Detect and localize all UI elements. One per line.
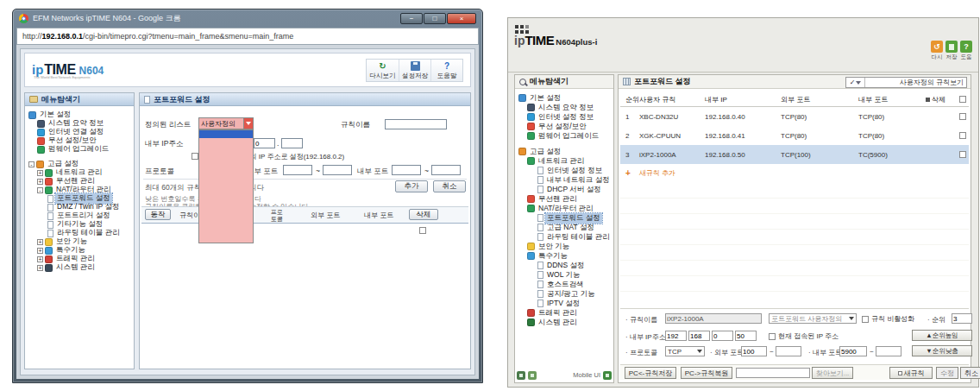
row-delete-checkbox[interactable] (959, 151, 966, 158)
ip-octet4-input[interactable] (735, 331, 757, 341)
tree-item[interactable]: 시스템 관리 (516, 318, 612, 327)
int-port-from-input[interactable] (392, 165, 421, 175)
dropdown-option[interactable] (199, 167, 253, 175)
dropdown-option[interactable] (199, 198, 253, 205)
tree-item[interactable]: 무선랜 관리 (516, 194, 612, 204)
dropdown-option[interactable] (199, 153, 253, 161)
dropdown-option[interactable] (199, 236, 253, 243)
ext-port-to-input[interactable] (323, 165, 352, 175)
row-delete-checkbox[interactable] (959, 113, 966, 120)
select-all-checkbox[interactable] (959, 96, 966, 103)
help-button[interactable]: 도움말 (430, 60, 462, 81)
address-bar[interactable]: http://192.168.0.1/cgi-bin/timepro.cgi?t… (16, 28, 479, 45)
dropdown-option[interactable] (199, 228, 253, 236)
tree-item[interactable]: WOL 기능 (516, 270, 612, 280)
dropdown-arrow-icon[interactable] (243, 118, 253, 129)
expander-icon[interactable]: - (28, 161, 35, 167)
dropdown-option[interactable] (199, 138, 253, 146)
rule-name-input[interactable] (665, 313, 762, 324)
current-ip-checkbox[interactable] (769, 333, 776, 340)
rank-up-button[interactable]: ▲순위높임 (912, 330, 972, 341)
row-rule-name[interactable]: XGK-CPUUN (639, 132, 705, 140)
tree-item[interactable]: 인터넷 설정 정보 (516, 166, 612, 175)
int-port-to-input[interactable] (876, 346, 901, 356)
save-settings-button[interactable]: 설정저장 (399, 60, 430, 81)
dropdown-option[interactable] (199, 213, 253, 221)
help-button[interactable]: 도움 (960, 41, 972, 61)
protocol-select[interactable]: TCP (665, 346, 705, 356)
expander-icon[interactable]: - (37, 187, 43, 193)
tree-item[interactable]: 내부 네트워크 설정 (516, 175, 612, 185)
edit-button[interactable]: 수정 (936, 367, 958, 379)
action-header-button[interactable]: 동작 (145, 209, 171, 220)
tree-item[interactable]: 시스템 요약 정보 (516, 103, 612, 112)
tree-item[interactable]: 포트포워드 설정 (516, 213, 612, 223)
ext-port-to-input[interactable] (776, 346, 801, 356)
dropdown-option[interactable] (199, 161, 253, 168)
current-pc-checkbox[interactable] (192, 153, 198, 160)
disable-checkbox[interactable] (862, 316, 869, 323)
row-rule-name[interactable]: XBC-DN32U (639, 113, 705, 121)
refresh-button[interactable]: 다시 (931, 41, 943, 61)
browser-titlebar[interactable]: EFM Networks ipTIME N604 - Google 크롬 (13, 9, 482, 28)
rule-name-input[interactable] (385, 119, 447, 129)
tree-item[interactable]: 인터넷 설정 정보 (516, 112, 612, 122)
save-button[interactable]: 저장 (945, 41, 958, 61)
rank-input[interactable] (952, 313, 972, 324)
rule-view-select[interactable]: ✓ 사용자정의 규칙보기 (845, 77, 967, 88)
row-delete-checkbox[interactable] (959, 132, 966, 139)
add-rule-row[interactable]: + 새규칙 추가 (620, 164, 969, 181)
preset-select[interactable]: 포트포워드 사용자정의 (769, 313, 857, 324)
rank-down-button[interactable]: ▼순위낮춤 (912, 345, 972, 356)
new-rule-button[interactable]: 새규칙 (889, 367, 933, 379)
tree-item[interactable]: + 시스템 관리 (26, 263, 133, 272)
tree-item[interactable]: 펌웨어 업그레이드 (26, 145, 133, 154)
table-row[interactable]: 2 XGK-CPUUN 192.168.0.41 TCP(80) TCP(80) (620, 126, 969, 145)
ext-port-from-input[interactable] (283, 165, 312, 175)
tree-item[interactable]: 고급 설정 (516, 147, 612, 156)
disable-rule-option[interactable]: 규칙 비활성화 (862, 314, 914, 324)
int-port-from-input[interactable] (839, 346, 867, 356)
browse-button[interactable]: 찾아보기... (812, 367, 853, 379)
restore-rules-from-pc-button[interactable]: PC->규칙복원 (681, 367, 732, 379)
table-row[interactable]: 1 XBC-DN32U 192.168.0.40 TCP(80) TCP(80) (620, 107, 969, 126)
mobile-ui-icon[interactable] (603, 371, 612, 380)
ip-octet3-input[interactable] (254, 138, 275, 148)
ip-octet4-input[interactable] (281, 138, 303, 148)
dropdown-option[interactable] (199, 191, 253, 199)
add-button[interactable]: 추가 (395, 180, 428, 192)
table-row[interactable]: 3 iXP2-1000A 192.168.0.50 TCP(100) TC(59… (620, 145, 969, 164)
row-rule-name[interactable]: iXP2-1000A (639, 151, 705, 159)
dropdown-option[interactable] (199, 183, 253, 191)
delete-header-button[interactable]: 삭제 (409, 209, 438, 220)
expander-icon[interactable]: + (37, 170, 43, 176)
int-port-to-input[interactable] (431, 165, 461, 175)
maximize-button[interactable] (424, 13, 446, 24)
cancel-button[interactable]: 취소 (960, 367, 980, 379)
close-button[interactable] (447, 13, 476, 24)
file-path-input[interactable] (736, 368, 810, 378)
ip-octet2-input[interactable] (688, 331, 710, 341)
minimize-button[interactable] (400, 13, 423, 24)
dropdown-option[interactable] (199, 220, 253, 228)
tree-item[interactable]: 기본 설정 (516, 93, 612, 103)
expander-icon[interactable]: + (37, 248, 43, 254)
dropdown-option[interactable] (199, 130, 253, 138)
footer-icon[interactable] (528, 371, 537, 380)
expander-icon[interactable]: + (37, 239, 43, 245)
tree-item[interactable]: 호스트검색 (516, 280, 612, 289)
tree-item[interactable]: NAT/라우터 관리 (516, 204, 612, 213)
refresh-button[interactable]: 다시보기 (367, 60, 399, 81)
tree-item[interactable]: 고급 NAT 설정 (516, 223, 612, 232)
defined-list-select[interactable]: 사용자정의 (198, 117, 254, 129)
cancel-button[interactable]: 취소 (433, 180, 466, 192)
ext-port-from-input[interactable] (741, 346, 767, 356)
tree-item[interactable]: DDNS 설정 (516, 261, 612, 270)
tree-item[interactable]: IPTV 설정 (516, 299, 612, 308)
tree-item[interactable]: 트래픽 관리 (516, 308, 612, 318)
expander-icon[interactable]: + (37, 179, 43, 185)
dropdown-option[interactable] (199, 175, 253, 183)
tree-item[interactable]: DHCP 서버 설정 (516, 185, 612, 194)
select-all-checkbox[interactable] (419, 227, 426, 234)
mobile-ui-label[interactable]: Mobile UI (573, 371, 600, 379)
